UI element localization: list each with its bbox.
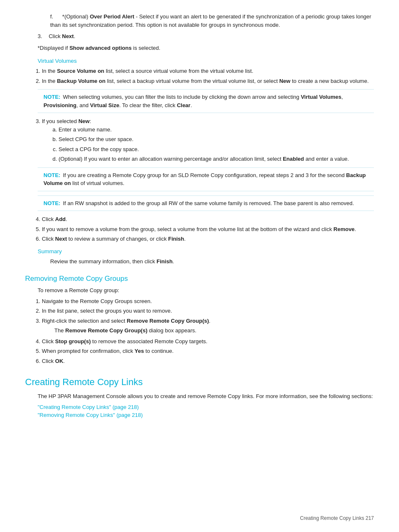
vv-step2-bold: Backup Volume on	[57, 78, 105, 84]
vv-a: Enter a volume name.	[59, 126, 374, 134]
virtual-volumes-heading: Virtual Volumes	[38, 57, 374, 65]
note2-text: If you are creating a Remote Copy group …	[63, 172, 346, 178]
rem-step4: Click Stop group(s) to remove the associ…	[42, 337, 374, 346]
vv-step2-end2: to create a new backup volume.	[290, 78, 368, 84]
vv-list: In the Source Volume on list, select a s…	[42, 67, 374, 85]
show-advanced-end: is selected.	[132, 45, 161, 51]
removing-intro: To remove a Remote Copy group:	[38, 286, 374, 295]
note3-text: If an RW snapshot is added to the group …	[63, 200, 354, 206]
removing-heading: Removing Remote Copy Groups	[25, 273, 374, 284]
note1-b1: Virtual Volumes	[301, 94, 341, 100]
rem-dialog: The Remove Remote Copy Group(s) dialog b…	[54, 326, 374, 335]
step3-bold: Next	[62, 33, 74, 39]
note3-label: NOTE:	[43, 200, 60, 206]
vv-step3-colon: :	[90, 118, 91, 124]
step-f: f. *(Optional) Over Period Alert - Selec…	[50, 13, 374, 29]
vv-step4: Click Add.	[42, 215, 374, 224]
note1-period: .	[190, 102, 192, 108]
page-footer: Creating Remote Copy Links 217	[300, 514, 374, 522]
vv-step3-pre: If you selected	[42, 118, 78, 124]
creating-link2-anchor[interactable]: "Removing Remote Copy Links" (page 218)	[38, 412, 143, 418]
vv-step1-bold: Source Volume on	[57, 68, 104, 74]
note1-label: NOTE:	[43, 94, 60, 100]
vv-step1-end: list, select a source virtual volume fro…	[104, 68, 253, 74]
vv-c: Select a CPG for the copy space.	[59, 145, 374, 154]
vv-d-pre: (Optional) If you want to enter an alloc…	[59, 156, 283, 162]
vv-step2: In the Backup Volume on list, select a b…	[42, 77, 374, 85]
creating-intro: The HP 3PAR Management Console allows yo…	[38, 392, 374, 401]
note1-end: . To clear the filter, click	[119, 102, 177, 108]
summary-heading: Summary	[38, 247, 374, 256]
step-f-optional: *(Optional)	[62, 13, 88, 20]
rem-step6: Click OK.	[42, 357, 374, 365]
note1-b2: Provisioning	[43, 102, 77, 108]
note1-comma2: , and	[77, 102, 90, 108]
note3: NOTE:If an RW snapshot is added to the g…	[38, 195, 374, 211]
vv-step5: If you want to remove a volume from the …	[42, 225, 374, 234]
vv-step2-new: New	[279, 78, 291, 84]
removing-list: Navigate to the Remote Copy Groups scree…	[42, 297, 374, 365]
summary-text: Review the summary information, then cli…	[50, 257, 374, 266]
vv-d: (Optional) If you want to enter an alloc…	[59, 155, 374, 163]
creating-link2[interactable]: "Removing Remote Copy Links" (page 218)	[38, 411, 374, 419]
rem-step1: Navigate to the Remote Copy Groups scree…	[42, 297, 374, 306]
show-advanced-note: *Displayed if Show advanced options is s…	[38, 44, 374, 52]
show-advanced-bold: Show advanced options	[69, 45, 132, 51]
vv-list3: Click Add. If you want to remove a volum…	[42, 215, 374, 243]
vv-step3: If you selected New: Enter a volume name…	[42, 117, 374, 163]
creating-links: "Creating Remote Copy Links" (page 218) …	[38, 403, 374, 419]
vv-b: Select CPG for the user space.	[59, 135, 374, 144]
rem-step2: In the list pane, select the groups you …	[42, 307, 374, 315]
vv-d-end: and enter a value.	[304, 156, 349, 162]
step3-text: Click	[49, 33, 62, 39]
vv-step1-pre: In the	[42, 68, 57, 74]
step-f-label: f.	[50, 13, 53, 20]
note2-label: NOTE:	[43, 172, 60, 178]
note1-clear: Clear	[177, 102, 191, 108]
creating-link1[interactable]: "Creating Remote Copy Links" (page 218)	[38, 403, 374, 411]
vv-step2-pre: In the	[42, 78, 57, 84]
note2: NOTE:If you are creating a Remote Copy g…	[38, 167, 374, 191]
vv-step6: Click Next to review a summary of change…	[42, 235, 374, 243]
rem-step5: When prompted for confirmation, click Ye…	[42, 347, 374, 355]
note1: NOTE:When selecting volumes, you can fil…	[38, 89, 374, 113]
rem-step3: Right-click the selection and select Rem…	[42, 317, 374, 335]
note1-text: When selecting volumes, you can filter t…	[63, 94, 301, 100]
vv-step3-bold: New	[78, 118, 90, 124]
step3: 3. Click Next.	[38, 32, 374, 41]
step3-label: 3.	[38, 33, 42, 39]
vv-d-bold: Enabled	[283, 156, 304, 162]
vv-step2-end: list, select a backup virtual volume fro…	[105, 78, 279, 84]
show-advanced-pre: *Displayed if	[38, 45, 69, 51]
vv-list2: If you selected New: Enter a volume name…	[42, 117, 374, 163]
vv-alpha-list: Enter a volume name. Select CPG for the …	[59, 126, 374, 163]
vv-step1: In the Source Volume on list, select a s…	[42, 67, 374, 75]
note1-b3: Virtual Size	[90, 102, 119, 108]
creating-link1-anchor[interactable]: "Creating Remote Copy Links" (page 218)	[38, 404, 139, 410]
note1-comma: ,	[341, 94, 343, 100]
creating-heading: Creating Remote Copy Links	[25, 375, 374, 389]
step3-period: .	[74, 33, 75, 39]
note2-end: list of virtual volumes.	[71, 180, 124, 186]
step-f-bold: Over Period Alert	[90, 13, 134, 20]
